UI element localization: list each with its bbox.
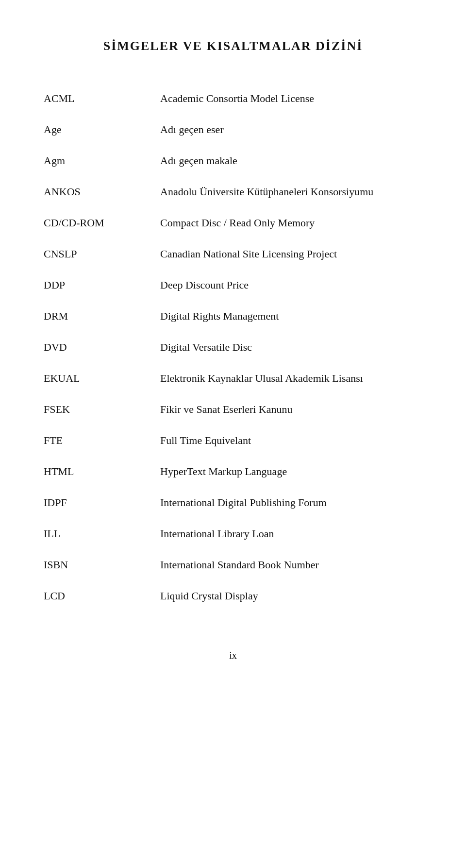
abbr-definition: Adı geçen makale (160, 154, 422, 167)
abbreviation-row: EKUALElektronik Kaynaklar Ulusal Akademi… (44, 372, 422, 385)
abbr-definition: Canadian National Site Licensing Project (160, 248, 422, 260)
abbr-term: CD/CD-ROM (44, 217, 160, 229)
abbreviation-row: LCDLiquid Crystal Display (44, 590, 422, 602)
abbr-term: ANKOS (44, 186, 160, 198)
abbr-definition: Anadolu Üniversite Kütüphaneleri Konsors… (160, 186, 422, 198)
abbr-term: Age (44, 123, 160, 136)
abbr-definition: Deep Discount Price (160, 279, 422, 291)
abbr-term: ACML (44, 92, 160, 105)
abbreviation-row: HTMLHyperText Markup Language (44, 465, 422, 478)
abbr-term: CNSLP (44, 248, 160, 260)
abbr-definition: HyperText Markup Language (160, 465, 422, 478)
abbreviation-list: ACMLAcademic Consortia Model LicenseAgeA… (44, 92, 422, 621)
abbreviation-row: AgmAdı geçen makale (44, 154, 422, 167)
abbreviation-row: DRMDigital Rights Management (44, 310, 422, 323)
page-footer: ix (44, 621, 422, 661)
abbr-term: FSEK (44, 403, 160, 416)
abbr-definition: Full Time Equivelant (160, 434, 422, 447)
page-title: SİMGELER VE KISALTMALAR DİZİNİ (103, 39, 363, 53)
abbr-term: HTML (44, 465, 160, 478)
abbr-definition: Liquid Crystal Display (160, 590, 422, 602)
abbreviation-row: IDPFInternational Digital Publishing For… (44, 496, 422, 509)
abbr-definition: Adı geçen eser (160, 123, 422, 136)
abbreviation-row: FSEKFikir ve Sanat Eserleri Kanunu (44, 403, 422, 416)
abbr-term: ISBN (44, 559, 160, 571)
abbreviation-row: DDPDeep Discount Price (44, 279, 422, 291)
abbr-definition: International Standard Book Number (160, 559, 422, 571)
abbreviation-row: ILLInternational Library Loan (44, 528, 422, 540)
abbr-definition: Academic Consortia Model License (160, 92, 422, 105)
abbr-term: ILL (44, 528, 160, 540)
abbr-term: IDPF (44, 496, 160, 509)
abbr-term: EKUAL (44, 372, 160, 385)
abbreviation-row: ANKOSAnadolu Üniversite Kütüphaneleri Ko… (44, 186, 422, 198)
abbr-term: FTE (44, 434, 160, 447)
abbr-term: DDP (44, 279, 160, 291)
abbr-definition: Compact Disc / Read Only Memory (160, 217, 422, 229)
abbreviation-row: FTEFull Time Equivelant (44, 434, 422, 447)
abbreviation-row: CD/CD-ROMCompact Disc / Read Only Memory (44, 217, 422, 229)
abbr-term: Agm (44, 154, 160, 167)
abbr-term: DVD (44, 341, 160, 354)
abbr-definition: International Digital Publishing Forum (160, 496, 422, 509)
page-container: SİMGELER VE KISALTMALAR DİZİNİ ACMLAcade… (24, 0, 442, 700)
abbreviation-row: ISBNInternational Standard Book Number (44, 559, 422, 571)
abbreviation-row: AgeAdı geçen eser (44, 123, 422, 136)
abbreviation-row: ACMLAcademic Consortia Model License (44, 92, 422, 105)
abbr-definition: Fikir ve Sanat Eserleri Kanunu (160, 403, 422, 416)
abbr-definition: Digital Versatile Disc (160, 341, 422, 354)
abbr-definition: Elektronik Kaynaklar Ulusal Akademik Lis… (160, 372, 422, 385)
abbr-term: LCD (44, 590, 160, 602)
abbr-term: DRM (44, 310, 160, 323)
abbr-definition: International Library Loan (160, 528, 422, 540)
abbreviation-row: CNSLPCanadian National Site Licensing Pr… (44, 248, 422, 260)
abbreviation-row: DVDDigital Versatile Disc (44, 341, 422, 354)
abbr-definition: Digital Rights Management (160, 310, 422, 323)
page-number: ix (229, 650, 237, 661)
